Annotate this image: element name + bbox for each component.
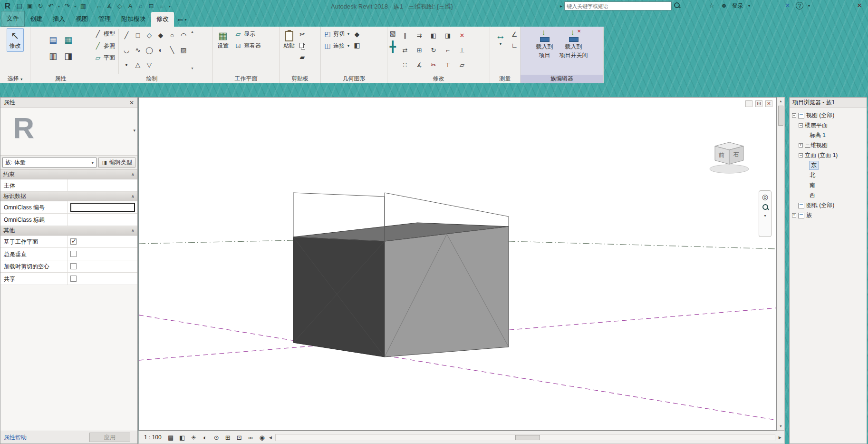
draw-spline-icon[interactable]: ∿ xyxy=(134,47,142,54)
help-icon[interactable]: ? xyxy=(796,2,803,10)
hscroll-right-icon[interactable]: ▶ xyxy=(779,435,781,440)
tree-item-floor-plans[interactable]: − 楼层平面 xyxy=(791,120,866,130)
infocenter-flyout-icon[interactable]: ▸ xyxy=(560,3,562,9)
unpin-icon[interactable]: ⊤ xyxy=(444,61,452,69)
workplane-based-checkbox[interactable] xyxy=(70,238,77,245)
panel-label-properties[interactable]: 属性 xyxy=(30,75,91,83)
vertical-scroll-thumb[interactable] xyxy=(778,106,783,126)
align-icon[interactable]: ∥ xyxy=(401,32,409,39)
family-category-button[interactable]: ▥ xyxy=(48,53,59,60)
print-icon[interactable]: ▥ xyxy=(79,2,87,10)
viewer-button[interactable]: ⊡查看器 xyxy=(233,40,262,52)
tab-view[interactable]: 视图 xyxy=(70,12,93,27)
reveal-hidden-icon[interactable]: ◉ xyxy=(258,433,267,442)
scroll-down-icon[interactable]: ▼ xyxy=(779,423,782,430)
draw-circle-icon[interactable]: ○ xyxy=(168,32,176,39)
group-other[interactable]: 其他 ∧ xyxy=(0,226,137,236)
search-input[interactable] xyxy=(564,1,672,10)
collapse-expander-icon[interactable]: − xyxy=(799,123,803,128)
pin-icon[interactable]: ⊥ xyxy=(458,47,466,54)
help-dropdown-icon[interactable]: ▾ xyxy=(807,4,811,8)
visual-style-icon[interactable]: ◧ xyxy=(178,433,187,442)
type-selector-combo[interactable]: 族: 体量 ▾ xyxy=(2,158,96,168)
expand-expander-icon[interactable]: + xyxy=(799,143,803,148)
measure-icon[interactable]: ↔ xyxy=(95,2,103,10)
section-icon[interactable]: ⊟ xyxy=(147,2,155,10)
omniclass-title-value[interactable] xyxy=(68,214,137,226)
tree-item-north[interactable]: 北 xyxy=(791,170,866,180)
panel-label-family-editor[interactable]: 族编辑器 xyxy=(521,75,603,83)
panel-label-workplane[interactable]: 工作平面 xyxy=(213,75,279,83)
panel-label-geometry[interactable]: 几何图形 xyxy=(321,75,387,83)
crop-view-icon[interactable]: ⊞ xyxy=(223,433,232,442)
move-icon[interactable]: ╋ xyxy=(389,42,395,52)
sun-path-icon[interactable]: ☀ xyxy=(189,433,198,442)
crop-region-icon[interactable]: ⊡ xyxy=(235,433,244,442)
type-properties-button[interactable]: ◨ xyxy=(63,53,74,60)
move-tool-icon[interactable]: ⇄ xyxy=(401,47,409,54)
family-types-button[interactable]: ▦ xyxy=(63,37,74,44)
draw-ellipse-icon[interactable]: ◯ xyxy=(145,47,153,54)
hscroll-left-icon[interactable]: ◀ xyxy=(269,435,272,440)
reference-plane-button[interactable]: ▱平面 xyxy=(93,52,116,64)
copy-icon[interactable] xyxy=(299,43,304,48)
always-vertical-checkbox[interactable] xyxy=(70,251,77,257)
host-value[interactable] xyxy=(68,179,137,191)
tab-file[interactable]: 文件 xyxy=(1,11,25,27)
user-icon[interactable]: ☻ xyxy=(720,1,728,10)
copy-tool-icon[interactable]: ⊞ xyxy=(415,47,423,54)
omniclass-number-input[interactable] xyxy=(70,203,135,212)
thin-lines-icon[interactable]: ≡ xyxy=(157,2,166,10)
draw-scroll-down-icon[interactable]: ▼ xyxy=(191,67,194,70)
panel-label-measure[interactable]: 测量 xyxy=(490,75,520,83)
tree-item-west[interactable]: 西 xyxy=(791,190,866,200)
tab-insert[interactable]: 插入 xyxy=(48,12,70,27)
collapse-expander-icon[interactable]: − xyxy=(792,113,796,118)
draw-tangent-arc-icon[interactable]: △ xyxy=(134,61,142,69)
tree-item-sheets[interactable]: 图纸 (全部) xyxy=(791,200,866,210)
load-into-project-close-button[interactable]: ↓✕ 载入到 项目并关闭 xyxy=(557,28,590,61)
preview-dropdown-icon[interactable]: ▾ xyxy=(133,128,135,133)
draw-polygon-inscribed-icon[interactable]: ◇ xyxy=(145,32,153,39)
project-browser-title[interactable]: 项目浏览器 - 族1 xyxy=(790,98,867,108)
scale-icon[interactable]: ∡ xyxy=(415,61,423,69)
favorites-star-icon[interactable]: ☆ xyxy=(707,1,716,10)
tag-icon[interactable]: ◇ xyxy=(116,2,124,10)
revit-logo[interactable]: R xyxy=(2,1,13,11)
draw-line-icon[interactable]: ╱ xyxy=(123,32,130,39)
tab-addins[interactable]: 附加模块 xyxy=(116,12,151,27)
collapse-expander-icon[interactable]: − xyxy=(799,153,803,158)
save-icon[interactable]: ▣ xyxy=(26,2,34,10)
edit-geometry-icon[interactable]: ▧ xyxy=(389,30,396,37)
draw-point-icon[interactable]: • xyxy=(123,61,130,69)
ribbon-display-toggle[interactable]: ▭ ▾ xyxy=(178,17,187,27)
show-workplane-button[interactable]: ▱显示 xyxy=(233,28,262,40)
draw-fillet-arc-icon[interactable]: ▽ xyxy=(145,61,153,69)
temporary-hide-isolate-icon[interactable]: ∞ xyxy=(246,433,255,442)
reference-line-button[interactable]: ╱参照 xyxy=(93,40,116,52)
aligned-dimension-icon[interactable]: ∡ xyxy=(105,2,114,10)
tab-modify[interactable]: 修改 xyxy=(151,12,174,27)
draw-pick-line-icon[interactable]: ╲ xyxy=(168,47,176,54)
draw-arc-icon[interactable]: ◠ xyxy=(180,32,187,39)
vertical-scrollbar[interactable]: ▲ ▼ xyxy=(777,97,785,431)
tree-item-views[interactable]: − 视图 (全部) xyxy=(791,110,866,120)
draw-rectangle-icon[interactable]: □ xyxy=(134,32,142,39)
trim-icon[interactable]: ⌐ xyxy=(444,47,452,54)
horizontal-scrollbar[interactable] xyxy=(275,434,775,441)
view-minimize-icon[interactable]: — xyxy=(745,100,752,107)
join-geometry-button[interactable]: ◫连接▾ xyxy=(322,40,352,52)
paint-icon[interactable]: ◆ xyxy=(353,31,361,38)
tab-manage[interactable]: 管理 xyxy=(93,12,116,27)
text-icon[interactable]: A xyxy=(126,2,135,10)
angular-dimension-tool-icon[interactable]: ∟ xyxy=(511,42,518,49)
load-into-project-button[interactable]: ↓ 载入到 项目 xyxy=(534,28,556,61)
sync-icon[interactable]: ↻ xyxy=(36,2,45,10)
cut-icon[interactable]: ✂ xyxy=(299,31,306,38)
modify-button[interactable]: ↖ 修改 xyxy=(7,28,24,52)
offset-icon[interactable]: ⇉ xyxy=(415,32,423,39)
navbar-dropdown-icon[interactable]: ▾ xyxy=(764,214,766,218)
shadows-icon[interactable]: ◐ xyxy=(201,433,210,442)
scale-button[interactable]: 1 : 100 xyxy=(142,434,164,441)
tree-item-elevations[interactable]: − 立面 (立面 1) xyxy=(791,150,866,160)
